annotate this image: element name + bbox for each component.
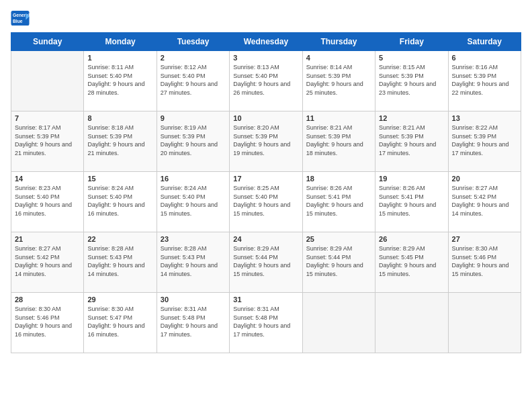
cell-info: Sunrise: 8:30 AMSunset: 5:47 PMDaylight:… [87, 305, 152, 338]
calendar-cell-2-2: 16Sunrise: 8:24 AMSunset: 5:40 PMDayligh… [157, 172, 229, 232]
header-saturday: Saturday [448, 33, 521, 51]
day-number: 5 [379, 54, 444, 62]
cell-info: Sunrise: 8:31 AMSunset: 5:48 PMDaylight:… [161, 305, 226, 338]
calendar-cell-3-2: 23Sunrise: 8:28 AMSunset: 5:43 PMDayligh… [157, 232, 229, 293]
cell-info: Sunrise: 8:30 AMSunset: 5:46 PMDaylight:… [452, 244, 517, 278]
calendar-cell-4-1: 29Sunrise: 8:30 AMSunset: 5:47 PMDayligh… [84, 293, 157, 353]
calendar-cell-0-0 [11, 51, 84, 111]
cell-info: Sunrise: 8:24 AMSunset: 5:40 PMDaylight:… [87, 184, 152, 218]
day-number: 23 [161, 235, 226, 243]
day-number: 19 [379, 175, 444, 183]
cell-info: Sunrise: 8:22 AMSunset: 5:39 PMDaylight:… [452, 124, 517, 157]
day-number: 11 [306, 114, 371, 122]
day-number: 6 [452, 54, 517, 62]
cell-info: Sunrise: 8:26 AMSunset: 5:41 PMDaylight:… [306, 184, 371, 218]
day-number: 24 [233, 235, 298, 243]
calendar-cell-3-4: 25Sunrise: 8:29 AMSunset: 5:44 PMDayligh… [302, 232, 375, 293]
calendar-cell-3-6: 27Sunrise: 8:30 AMSunset: 5:46 PMDayligh… [448, 232, 521, 293]
day-number: 1 [87, 54, 152, 62]
cell-info: Sunrise: 8:29 AMSunset: 5:44 PMDaylight:… [233, 244, 298, 278]
day-number: 22 [87, 235, 152, 243]
day-number: 10 [233, 114, 298, 122]
cell-info: Sunrise: 8:15 AMSunset: 5:39 PMDaylight:… [379, 63, 444, 97]
day-number: 31 [233, 295, 298, 304]
calendar-cell-4-5 [375, 293, 448, 353]
calendar-cell-4-3: 31Sunrise: 8:31 AMSunset: 5:48 PMDayligh… [230, 293, 302, 353]
cell-info: Sunrise: 8:23 AMSunset: 5:40 PMDaylight:… [15, 184, 80, 218]
cell-info: Sunrise: 8:16 AMSunset: 5:39 PMDaylight:… [452, 63, 517, 97]
cell-info: Sunrise: 8:21 AMSunset: 5:39 PMDaylight:… [379, 124, 444, 157]
calendar-cell-1-0: 7Sunrise: 8:17 AMSunset: 5:39 PMDaylight… [11, 111, 84, 172]
cell-info: Sunrise: 8:29 AMSunset: 5:44 PMDaylight:… [306, 244, 371, 278]
calendar-cell-2-1: 15Sunrise: 8:24 AMSunset: 5:40 PMDayligh… [84, 172, 157, 232]
day-number: 17 [233, 175, 298, 183]
cell-info: Sunrise: 8:24 AMSunset: 5:40 PMDaylight:… [161, 184, 226, 218]
calendar-cell-0-4: 4Sunrise: 8:14 AMSunset: 5:39 PMDaylight… [302, 51, 375, 111]
day-number: 9 [161, 114, 226, 122]
svg-text:Blue: Blue [13, 19, 23, 24]
calendar-cell-2-6: 20Sunrise: 8:27 AMSunset: 5:42 PMDayligh… [448, 172, 521, 232]
calendar-cell-4-2: 30Sunrise: 8:31 AMSunset: 5:48 PMDayligh… [157, 293, 229, 353]
calendar-cell-0-5: 5Sunrise: 8:15 AMSunset: 5:39 PMDaylight… [375, 51, 448, 111]
calendar-cell-4-6 [448, 293, 521, 353]
day-number: 16 [161, 175, 226, 183]
day-number: 29 [87, 295, 152, 304]
calendar-cell-1-3: 10Sunrise: 8:20 AMSunset: 5:39 PMDayligh… [230, 111, 302, 172]
cell-info: Sunrise: 8:17 AMSunset: 5:39 PMDaylight:… [15, 124, 80, 157]
day-number: 27 [452, 235, 517, 243]
calendar-cell-4-4 [302, 293, 375, 353]
calendar-cell-1-1: 8Sunrise: 8:18 AMSunset: 5:39 PMDaylight… [84, 111, 157, 172]
day-number: 21 [15, 235, 80, 243]
day-number: 4 [306, 54, 371, 62]
header-wednesday: Wednesday [230, 33, 302, 51]
calendar-cell-2-0: 14Sunrise: 8:23 AMSunset: 5:40 PMDayligh… [11, 172, 84, 232]
calendar-cell-2-4: 18Sunrise: 8:26 AMSunset: 5:41 PMDayligh… [302, 172, 375, 232]
day-number: 18 [306, 175, 371, 183]
cell-info: Sunrise: 8:20 AMSunset: 5:39 PMDaylight:… [233, 124, 298, 157]
calendar-cell-3-5: 26Sunrise: 8:29 AMSunset: 5:45 PMDayligh… [375, 232, 448, 293]
cell-info: Sunrise: 8:12 AMSunset: 5:40 PMDaylight:… [161, 63, 226, 97]
day-number: 14 [15, 175, 80, 183]
cell-info: Sunrise: 8:31 AMSunset: 5:48 PMDaylight:… [233, 305, 298, 338]
cell-info: Sunrise: 8:27 AMSunset: 5:42 PMDaylight:… [452, 184, 517, 218]
calendar-cell-4-0: 28Sunrise: 8:30 AMSunset: 5:46 PMDayligh… [11, 293, 84, 353]
cell-info: Sunrise: 8:29 AMSunset: 5:45 PMDaylight:… [379, 244, 444, 278]
calendar-cell-0-1: 1Sunrise: 8:11 AMSunset: 5:40 PMDaylight… [84, 51, 157, 111]
day-number: 12 [379, 114, 444, 122]
cell-info: Sunrise: 8:19 AMSunset: 5:39 PMDaylight:… [161, 124, 226, 157]
cell-info: Sunrise: 8:30 AMSunset: 5:46 PMDaylight:… [15, 305, 80, 338]
day-number: 13 [452, 114, 517, 122]
cell-info: Sunrise: 8:25 AMSunset: 5:40 PMDaylight:… [233, 184, 298, 218]
day-number: 26 [379, 235, 444, 243]
calendar-cell-0-6: 6Sunrise: 8:16 AMSunset: 5:39 PMDaylight… [448, 51, 521, 111]
calendar-cell-1-4: 11Sunrise: 8:21 AMSunset: 5:39 PMDayligh… [302, 111, 375, 172]
calendar-cell-2-3: 17Sunrise: 8:25 AMSunset: 5:40 PMDayligh… [230, 172, 302, 232]
cell-info: Sunrise: 8:26 AMSunset: 5:41 PMDaylight:… [379, 184, 444, 218]
header-monday: Monday [84, 33, 157, 51]
day-number: 30 [161, 295, 226, 304]
calendar-cell-0-2: 2Sunrise: 8:12 AMSunset: 5:40 PMDaylight… [157, 51, 229, 111]
calendar-cell-1-2: 9Sunrise: 8:19 AMSunset: 5:39 PMDaylight… [157, 111, 229, 172]
day-number: 20 [452, 175, 517, 183]
day-number: 15 [87, 175, 152, 183]
header-friday: Friday [375, 33, 448, 51]
cell-info: Sunrise: 8:28 AMSunset: 5:43 PMDaylight:… [87, 244, 152, 278]
cell-info: Sunrise: 8:28 AMSunset: 5:43 PMDaylight:… [161, 244, 226, 278]
day-number: 7 [15, 114, 80, 122]
logo: General Blue [11, 11, 31, 26]
calendar-cell-3-0: 21Sunrise: 8:27 AMSunset: 5:42 PMDayligh… [11, 232, 84, 293]
calendar-cell-0-3: 3Sunrise: 8:13 AMSunset: 5:40 PMDaylight… [230, 51, 302, 111]
cell-info: Sunrise: 8:11 AMSunset: 5:40 PMDaylight:… [87, 63, 152, 97]
calendar-cell-2-5: 19Sunrise: 8:26 AMSunset: 5:41 PMDayligh… [375, 172, 448, 232]
calendar-cell-1-5: 12Sunrise: 8:21 AMSunset: 5:39 PMDayligh… [375, 111, 448, 172]
day-number: 28 [15, 295, 80, 304]
calendar-cell-3-3: 24Sunrise: 8:29 AMSunset: 5:44 PMDayligh… [230, 232, 302, 293]
day-number: 3 [233, 54, 298, 62]
cell-info: Sunrise: 8:14 AMSunset: 5:39 PMDaylight:… [306, 63, 371, 97]
cell-info: Sunrise: 8:18 AMSunset: 5:39 PMDaylight:… [87, 124, 152, 157]
cell-info: Sunrise: 8:27 AMSunset: 5:42 PMDaylight:… [15, 244, 80, 278]
header-thursday: Thursday [302, 33, 375, 51]
cell-info: Sunrise: 8:13 AMSunset: 5:40 PMDaylight:… [233, 63, 298, 97]
calendar-cell-1-6: 13Sunrise: 8:22 AMSunset: 5:39 PMDayligh… [448, 111, 521, 172]
calendar-table: SundayMondayTuesdayWednesdayThursdayFrid… [11, 32, 521, 353]
